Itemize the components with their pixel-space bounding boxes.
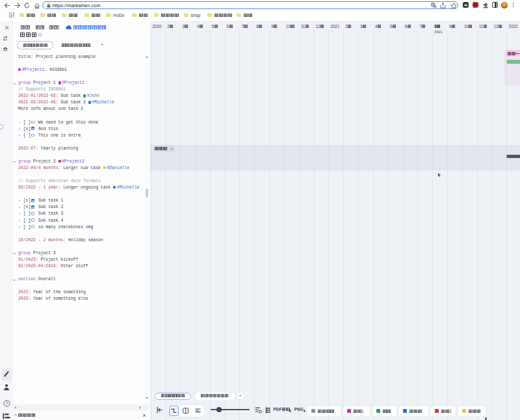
- svg-text:?: ?: [5, 400, 8, 405]
